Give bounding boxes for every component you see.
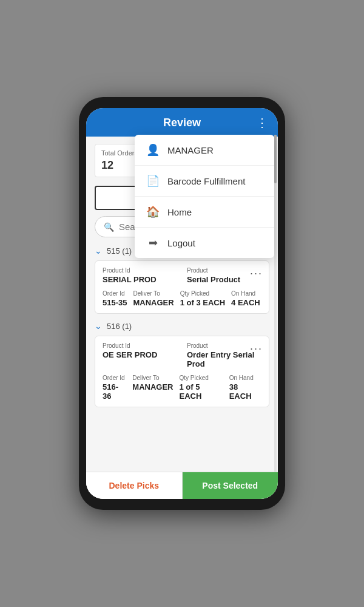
order-groups: ⌄515 (1) ··· Product Id SERIAL PROD Prod… <box>86 243 278 407</box>
qty-picked-value: 1 of 5 EACH <box>179 382 223 401</box>
deliver-to-label: Deliver To <box>133 290 174 297</box>
app-header: Review ⋮ <box>86 108 278 137</box>
on-hand-label: On Hand <box>229 375 261 381</box>
card-top-row: Product Id OE SER PROD Product Order Ent… <box>103 342 261 368</box>
deliver-to-value: MANAGER <box>132 382 173 392</box>
on-hand-value: 38 EACH <box>229 382 261 401</box>
order-id-label: Order Id <box>103 375 126 381</box>
order-id-value: 515-35 <box>103 298 127 307</box>
dropdown-icon-3: ➡ <box>146 236 160 249</box>
dropdown-label-3: Logout <box>167 238 195 248</box>
card-bottom-row: Order Id 516-36 Deliver To MANAGER Qty P… <box>103 375 261 401</box>
dropdown-menu: 👤MANAGER📄Barcode Fulfillment🏠Home➡Logout <box>135 135 274 258</box>
scrollbar-thumb[interactable] <box>274 135 277 183</box>
bottom-bar: Delete Picks Post Selected <box>86 472 278 499</box>
chevron-icon-0: ⌄ <box>95 246 102 256</box>
order-group-label-0: 515 (1) <box>107 246 132 256</box>
on-hand-field: On Hand 4 EACH <box>231 290 260 307</box>
search-icon: 🔍 <box>104 222 114 232</box>
dropdown-label-1: Barcode Fulfillment <box>167 176 245 186</box>
product-card-0-0: ··· Product Id SERIAL PROD Product Seria… <box>95 260 269 314</box>
qty-picked-label: Qty Picked <box>180 290 225 297</box>
qty-picked-value: 1 of 3 EACH <box>180 298 225 307</box>
scrollbar-track <box>274 135 277 472</box>
card-menu-button-1-0[interactable]: ··· <box>250 342 263 355</box>
order-group-label-1: 516 (1) <box>107 322 132 331</box>
order-id-label: Order Id <box>103 290 127 297</box>
dropdown-item-1[interactable]: 📄Barcode Fulfillment <box>135 166 274 197</box>
delete-picks-button[interactable]: Delete Picks <box>86 472 183 499</box>
dropdown-icon-0: 👤 <box>146 143 160 157</box>
header-title: Review <box>163 117 201 129</box>
header-menu-button[interactable]: ⋮ <box>256 115 269 130</box>
product-id-label: Product Id <box>103 342 177 349</box>
qty-picked-field: Qty Picked 1 of 3 EACH <box>180 290 225 307</box>
order-id-field: Order Id 516-36 <box>103 375 126 401</box>
qty-picked-field: Qty Picked 1 of 5 EACH <box>179 375 223 401</box>
product-id-value: SERIAL PROD <box>103 275 177 284</box>
dropdown-icon-1: 📄 <box>146 174 160 188</box>
order-group-1: ⌄516 (1) ··· Product Id OE SER PROD Prod… <box>86 319 278 407</box>
order-id-field: Order Id 515-35 <box>103 290 127 307</box>
qty-picked-label: Qty Picked <box>179 375 223 381</box>
dropdown-item-0[interactable]: 👤MANAGER <box>135 135 274 166</box>
dropdown-item-3[interactable]: ➡Logout <box>135 228 274 258</box>
deliver-to-value: MANAGER <box>133 298 174 307</box>
phone-screen: Review ⋮ 👤MANAGER📄Barcode Fulfillment🏠Ho… <box>86 108 278 499</box>
dropdown-icon-2: 🏠 <box>146 205 160 219</box>
post-selected-button[interactable]: Post Selected <box>183 472 278 499</box>
product-card-1-0: ··· Product Id OE SER PROD Product Order… <box>95 336 269 407</box>
order-id-value: 516-36 <box>103 382 126 401</box>
dropdown-label-0: MANAGER <box>167 145 214 155</box>
on-hand-label: On Hand <box>231 290 260 297</box>
card-bottom-row: Order Id 515-35 Deliver To MANAGER Qty P… <box>103 290 261 307</box>
on-hand-field: On Hand 38 EACH <box>229 375 261 401</box>
deliver-to-label: Deliver To <box>132 375 173 381</box>
product-id-field: Product Id SERIAL PROD <box>103 267 177 284</box>
card-top-row: Product Id SERIAL PROD Product Serial Pr… <box>103 267 261 284</box>
deliver-to-field: Deliver To MANAGER <box>133 290 174 307</box>
phone-shell: Review ⋮ 👤MANAGER📄Barcode Fulfillment🏠Ho… <box>79 97 285 510</box>
chevron-icon-1: ⌄ <box>95 321 102 331</box>
dropdown-label-2: Home <box>167 207 192 217</box>
dropdown-item-2[interactable]: 🏠Home <box>135 197 274 228</box>
product-id-value: OE SER PROD <box>103 350 177 359</box>
card-menu-button-0-0[interactable]: ··· <box>250 267 263 280</box>
on-hand-value: 4 EACH <box>231 298 260 307</box>
product-id-label: Product Id <box>103 267 177 274</box>
product-id-field: Product Id OE SER PROD <box>103 342 177 368</box>
deliver-to-field: Deliver To MANAGER <box>132 375 173 401</box>
order-group-header-1[interactable]: ⌄516 (1) <box>86 319 278 333</box>
